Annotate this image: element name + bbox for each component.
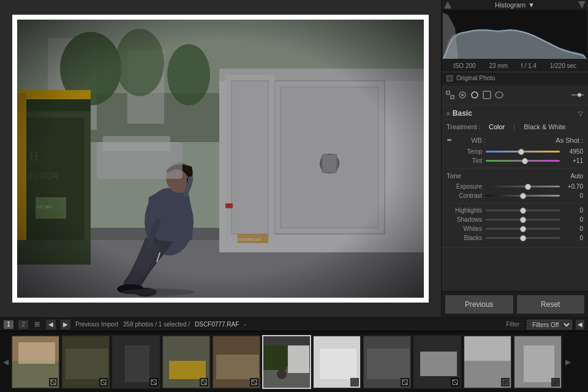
panel-toggle-button[interactable]: ◀ [576,320,584,330]
contrast-value: 0 [564,192,583,199]
color-option[interactable]: Color [486,123,507,131]
highlights-slider[interactable] [486,209,560,211]
treatment-options: Color | Black & White [486,123,568,131]
crop-tool[interactable] [444,89,456,101]
blacks-value: 0 [564,235,583,241]
radial-filter[interactable] [493,89,505,101]
page-2-button[interactable]: 2 [18,320,28,329]
histogram-section: Histogram ▼ [442,0,588,85]
tint-slider-row: Tint +11 [447,157,583,164]
filmstrip-item[interactable] [363,335,412,389]
svg-rect-79 [263,345,287,370]
filter-select[interactable]: Filters Off [527,320,572,330]
basic-panel-icon[interactable]: ▽ [578,110,583,117]
page-1-button[interactable]: 1 [4,320,13,329]
grid-view-icon[interactable]: ⊞ [34,320,40,328]
shadow-clipping-indicator[interactable] [444,1,451,9]
highlights-slider-row: Highlights 0 [447,207,583,214]
tint-value: +11 [564,157,583,164]
filmstrip-item[interactable] [111,335,160,389]
filmstrip-item-selected[interactable] [262,335,311,389]
filmstrip-item[interactable] [463,335,512,389]
thumb-badge [350,378,359,386]
histogram-canvas [443,10,587,59]
auto-button[interactable]: Auto [570,173,583,179]
svg-rect-61 [66,349,108,379]
shadows-value: 0 [564,216,583,223]
highlight-clipping-indicator[interactable] [578,1,586,9]
svg-point-54 [578,93,581,97]
nav-right-button[interactable]: ▶ [61,320,70,330]
thumb-badge [200,378,208,386]
svg-rect-47 [451,96,454,99]
shadows-slider[interactable] [486,219,560,221]
contrast-slider[interactable] [486,195,560,197]
filmstrip-item[interactable] [312,335,361,389]
filmstrip-item[interactable] [11,335,60,389]
histogram-dropdown-arrow[interactable]: ▼ [528,1,535,9]
temp-slider-row: Temp 4950 [447,148,583,155]
temp-value: 4950 [564,148,583,155]
graduated-filter[interactable] [481,89,493,101]
thumb-badge [401,378,409,386]
filmstrip: ◀ [0,331,588,392]
histogram-arrows: Histogram ▼ [442,0,588,10]
wb-label: WB : [455,137,486,144]
reset-button[interactable]: Reset [517,295,585,314]
tool-row [442,85,588,105]
svg-point-49 [461,94,464,96]
whites-slider-row: Whites 0 [447,225,583,232]
original-photo-label: Original Photo [456,75,495,81]
blacks-slider[interactable] [486,237,560,239]
photo-area: H FLOOR LC. NO. [0,0,441,317]
blacks-slider-row: Blacks 0 [447,235,583,241]
thumb-badge [149,378,158,386]
svg-rect-82 [320,349,356,379]
contrast-label: Contrast [447,192,482,199]
temp-slider[interactable] [486,151,560,153]
whites-slider[interactable] [486,228,560,230]
svg-line-100 [553,380,558,385]
nav-left-button[interactable]: ◀ [46,320,56,330]
basic-panel-header: ≡ Basic ▽ [447,109,583,118]
heal-tool[interactable] [456,89,469,101]
highlights-value: 0 [564,207,583,214]
tint-slider[interactable] [486,160,560,162]
filmstrip-item[interactable] [212,335,261,389]
focal-length: 23 mm [489,62,508,69]
svg-rect-98 [524,345,554,382]
svg-line-67 [151,380,156,385]
svg-rect-73 [216,355,259,379]
basic-panel-title: Basic [453,109,472,118]
eyedropper-icon[interactable]: ✒ [447,136,453,145]
original-photo-row: Original Photo [442,72,588,85]
filmstrip-nav-left[interactable]: ◀ [1,358,10,366]
wb-row: ✒ WB : As Shot : [447,136,583,145]
panels-scroll: ≡ Basic ▽ Treatment : Color | Black & Wh… [442,105,588,291]
filmstrip-item[interactable] [413,335,462,389]
bw-option[interactable]: Black & White [521,123,568,131]
iso-value: ISO 200 [453,62,476,69]
exposure-value: +0.70 [564,183,583,190]
filename: DSCF0777.RAF [195,321,239,328]
filmstrip-item[interactable] [513,335,562,389]
previous-button[interactable]: Previous [445,295,513,314]
original-photo-checkbox[interactable] [447,75,453,81]
adjustment-brush[interactable] [469,89,481,101]
exposure-slider[interactable] [486,186,560,187]
shadows-slider-row: Shadows 0 [447,216,583,223]
svg-line-63 [101,380,106,385]
thumb-badge [451,378,459,386]
right-panel: Histogram ▼ [441,0,588,317]
svg-point-52 [496,92,503,98]
treatment-label: Treatment : [447,123,486,130]
blacks-label: Blacks [447,235,482,241]
bottom-buttons: Previous Reset [442,291,588,317]
tone-row: Tone Auto [447,172,583,179]
svg-rect-50 [472,92,478,98]
filmstrip-nav-right[interactable]: ▶ [564,358,572,366]
filmstrip-item[interactable] [61,335,110,389]
filmstrip-item[interactable] [162,335,211,389]
shutter-speed: 1/220 sec [550,62,576,69]
highlights-label: Highlights [447,207,482,214]
